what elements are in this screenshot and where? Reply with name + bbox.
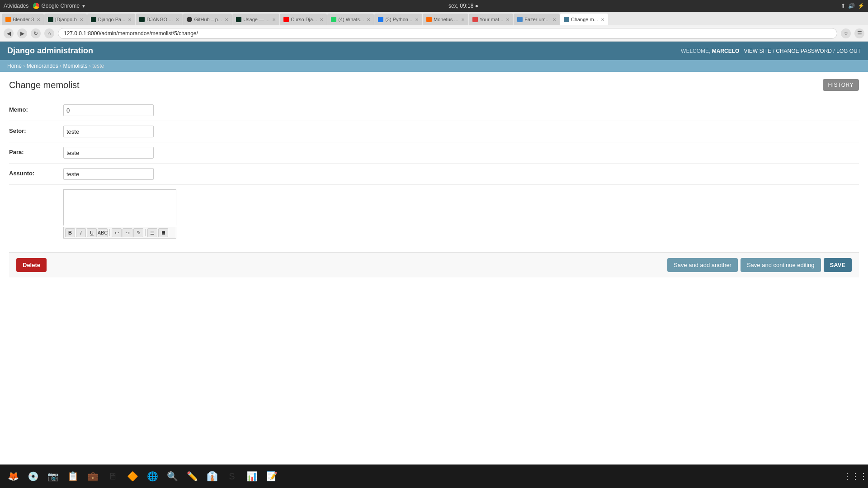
browser-tab[interactable]: Usage — ...✕ bbox=[232, 14, 279, 25]
breadcrumb-memolists[interactable]: Memolists bbox=[63, 63, 87, 69]
username: MARCELO bbox=[712, 48, 740, 54]
form-row-para-field: Para: bbox=[9, 142, 859, 164]
editor-wrap: B I U ABC ↩ ↪ ✎ ☰ ≣ bbox=[63, 189, 859, 239]
breadcrumb-home[interactable]: Home bbox=[7, 63, 22, 69]
browser-tab[interactable]: Blender 3✕ bbox=[2, 14, 44, 25]
save-button[interactable]: SAVE bbox=[824, 258, 852, 272]
tab-favicon bbox=[187, 17, 192, 22]
tab-favicon bbox=[5, 17, 11, 22]
change-password-link[interactable]: CHANGE PASSWORD bbox=[776, 48, 832, 54]
tab-favicon bbox=[517, 17, 523, 22]
browser-tabs: Blender 3✕[Django-b✕Django Pa...✕DJANGO … bbox=[0, 12, 868, 25]
delete-button[interactable]: Delete bbox=[16, 258, 47, 272]
form-row-memo-field: Memo: bbox=[9, 100, 859, 121]
tab-close-icon[interactable]: ✕ bbox=[320, 17, 323, 22]
chrome-icon bbox=[33, 3, 39, 9]
system-tray: ⬆ 🔊 ⚡ bbox=[841, 3, 864, 9]
tab-close-icon[interactable]: ✕ bbox=[272, 17, 276, 22]
back-button[interactable]: ◀ bbox=[4, 28, 14, 38]
breadcrumb-memorandos[interactable]: Memorandos bbox=[27, 63, 58, 69]
bookmark-button[interactable]: ☆ bbox=[841, 28, 851, 38]
page-title-row: Change memolist HISTORY bbox=[9, 79, 859, 91]
log-out-link[interactable]: LOG OUT bbox=[836, 48, 861, 54]
save-add-button[interactable]: Save and add another bbox=[667, 258, 738, 272]
save-continue-button[interactable]: Save and continue editing bbox=[741, 258, 821, 272]
menu-button[interactable]: ☰ bbox=[854, 28, 864, 38]
ordered-list-btn[interactable]: ≣ bbox=[158, 228, 168, 237]
tab-close-icon[interactable]: ✕ bbox=[415, 17, 419, 22]
tab-favicon bbox=[236, 17, 241, 22]
browser-tab[interactable]: Django Pa...✕ bbox=[87, 14, 136, 25]
forward-button[interactable]: ▶ bbox=[17, 28, 27, 38]
strikethrough-btn[interactable]: ABC bbox=[98, 228, 108, 237]
browser-addressbar: ◀ ▶ ↻ ⌂ 127.0.0.1:8000/admin/memorandos/… bbox=[0, 25, 868, 42]
italic-btn[interactable]: I bbox=[76, 228, 86, 237]
tab-close-icon[interactable]: ✕ bbox=[552, 17, 556, 22]
rich-text-editor[interactable] bbox=[63, 189, 176, 225]
clear-btn[interactable]: ✎ bbox=[133, 228, 143, 237]
browser-label[interactable]: Google Chrome ▼ bbox=[33, 3, 86, 9]
browser-tab[interactable]: Change m...✕ bbox=[560, 14, 608, 25]
browser-tab[interactable]: Curso Dja...✕ bbox=[280, 14, 327, 25]
tab-favicon bbox=[426, 17, 432, 22]
breadcrumb: Home › Memorandos › Memolists › teste bbox=[0, 60, 868, 72]
tab-favicon bbox=[91, 17, 96, 22]
tab-close-icon[interactable]: ✕ bbox=[506, 17, 509, 22]
breadcrumb-current: teste bbox=[92, 63, 104, 69]
tab-close-icon[interactable]: ✕ bbox=[367, 17, 370, 22]
form-row-setor-field: Setor: bbox=[9, 121, 859, 142]
toolbar-separator-1 bbox=[109, 229, 110, 236]
tab-close-icon[interactable]: ✕ bbox=[175, 17, 179, 22]
history-button[interactable]: HISTORY bbox=[823, 79, 859, 91]
tab-favicon bbox=[564, 17, 569, 22]
tab-close-icon[interactable]: ✕ bbox=[128, 17, 132, 22]
view-site-link[interactable]: VIEW SITE bbox=[744, 48, 771, 54]
redo-btn[interactable]: ↪ bbox=[123, 228, 132, 237]
rich-editor-row: B I U ABC ↩ ↪ ✎ ☰ ≣ bbox=[9, 185, 859, 243]
setor-field-label: Setor: bbox=[9, 126, 63, 134]
django-title[interactable]: Django administration bbox=[7, 46, 93, 56]
browser-tab[interactable]: DJANGO ...✕ bbox=[136, 14, 183, 25]
editor-label bbox=[9, 189, 63, 191]
memo-field-label: Memo: bbox=[9, 104, 63, 113]
bold-btn[interactable]: B bbox=[65, 228, 75, 237]
setor-field[interactable] bbox=[63, 126, 154, 137]
address-bar[interactable]: 127.0.0.1:8000/admin/memorandos/memolist… bbox=[58, 28, 837, 39]
reload-button[interactable]: ↻ bbox=[31, 28, 41, 38]
assunto-field-label: Assunto: bbox=[9, 168, 63, 177]
page-title: Change memolist bbox=[9, 80, 80, 90]
tab-close-icon[interactable]: ✕ bbox=[601, 17, 604, 22]
tab-close-icon[interactable]: ✕ bbox=[461, 17, 465, 22]
os-topbar: Atividades Google Chrome ▼ sex, 09:18 ● … bbox=[0, 0, 868, 12]
unordered-list-btn[interactable]: ☰ bbox=[147, 228, 157, 237]
browser-tab[interactable]: (4) Whats...✕ bbox=[327, 14, 374, 25]
para-field[interactable] bbox=[63, 147, 154, 159]
tab-favicon bbox=[331, 17, 336, 22]
user-info: WELCOME, MARCELO VIEW SITE / CHANGE PASS… bbox=[681, 48, 861, 54]
form-footer: Delete Save and add another Save and con… bbox=[9, 252, 859, 277]
browser-tab[interactable]: Fazer um...✕ bbox=[514, 14, 560, 25]
django-header: Django administration WELCOME, MARCELO V… bbox=[0, 42, 868, 60]
undo-btn[interactable]: ↩ bbox=[112, 228, 122, 237]
tab-favicon bbox=[378, 17, 383, 22]
save-buttons: Save and add another Save and continue e… bbox=[667, 258, 852, 272]
browser-tab[interactable]: GitHub – p...✕ bbox=[183, 14, 232, 25]
home-button[interactable]: ⌂ bbox=[44, 28, 54, 38]
tab-close-icon[interactable]: ✕ bbox=[225, 17, 228, 22]
browser-tab[interactable]: Your mat...✕ bbox=[469, 14, 514, 25]
datetime-display: sex, 09:18 ● bbox=[448, 3, 478, 9]
form-row-assunto-field: Assunto: bbox=[9, 164, 859, 185]
tab-favicon bbox=[472, 17, 478, 22]
browser-tab[interactable]: Monetus ...✕ bbox=[423, 14, 468, 25]
activities-label[interactable]: Atividades bbox=[4, 3, 28, 9]
memo-field[interactable] bbox=[63, 104, 154, 116]
tab-close-icon[interactable]: ✕ bbox=[37, 17, 40, 22]
browser-tab[interactable]: [Django-b✕ bbox=[44, 14, 87, 25]
underline-btn[interactable]: U bbox=[87, 228, 97, 237]
form: Memo:Setor:Para:Assunto: B I U ABC ↩ ↪ ✎… bbox=[9, 100, 859, 243]
browser-tab[interactable]: (3) Python...✕ bbox=[374, 14, 422, 25]
assunto-field[interactable] bbox=[63, 168, 154, 180]
toolbar-separator-2 bbox=[145, 229, 146, 236]
tab-favicon bbox=[139, 17, 145, 22]
tab-close-icon[interactable]: ✕ bbox=[80, 17, 83, 22]
